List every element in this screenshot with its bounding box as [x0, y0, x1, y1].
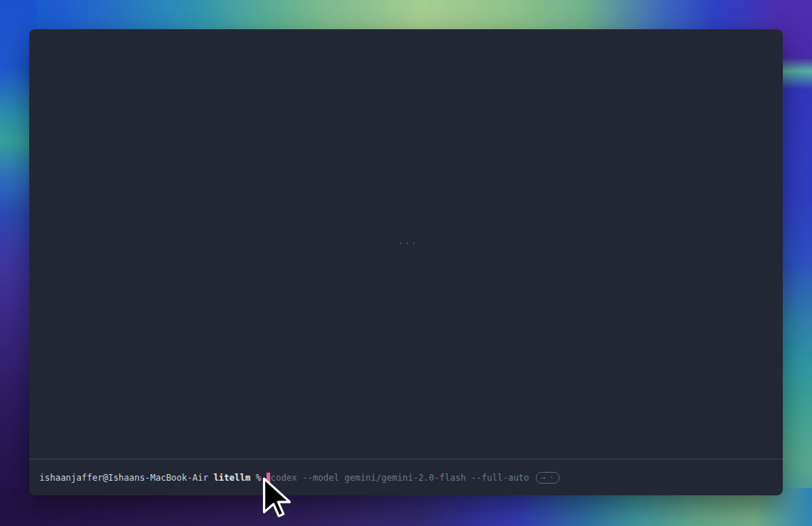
terminal-window[interactable]: ... ishaanjaffer@Ishaans-MacBook-Air lit… — [29, 29, 783, 495]
accept-suggestion-hint-badge: → · — [536, 472, 559, 484]
command-prompt-line[interactable]: ishaanjaffer@Ishaans-MacBook-Air litellm… — [39, 470, 559, 485]
prompt-user-host: ishaanjaffer@Ishaans-MacBook-Air — [39, 472, 208, 484]
desktop: ... ishaanjaffer@Ishaans-MacBook-Air lit… — [0, 0, 812, 526]
prompt-symbol: % — [256, 472, 261, 484]
terminal-output-ellipsis: ... — [398, 236, 418, 246]
prompt-separator-line — [29, 459, 783, 460]
prompt-directory: litellm — [213, 472, 250, 484]
autosuggestion-text: codex --model gemini/gemini-2.0-flash --… — [271, 472, 529, 484]
text-cursor-caret — [267, 473, 270, 483]
